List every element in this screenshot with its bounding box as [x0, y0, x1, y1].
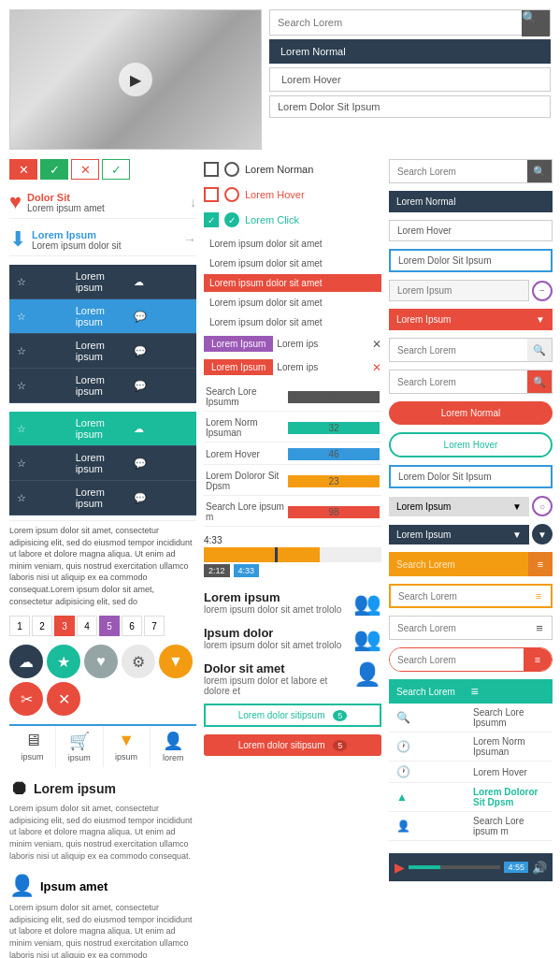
rc-teal-item-4[interactable]: 👤 Search Lore ipsum m [389, 812, 553, 841]
time-badge-2: 4:33 [234, 564, 260, 577]
video-play-icon[interactable]: ▶ [395, 860, 405, 875]
page-6[interactable]: 6 [122, 616, 142, 636]
tag-row-1: Lorem Ipsum Lorem ips ✕ [204, 336, 381, 352]
rc-gray-input[interactable] [389, 280, 529, 301]
mid-list-3: Lorem ipsum dolor sit amet [204, 294, 381, 312]
chat-icon-4: 💬 [134, 380, 189, 392]
page-5[interactable]: 5 [99, 616, 120, 636]
cart-icon: 🛒 [69, 731, 90, 751]
rc-search-red-input[interactable] [390, 648, 524, 671]
toggle-check-green[interactable]: ✓ [40, 159, 68, 180]
text-block: Lorem ipsum dolor sit amet, consectetur … [9, 520, 196, 607]
rc-search-gray-input[interactable] [390, 617, 527, 639]
tab-label-2: ipsum [115, 752, 137, 762]
rc-search-btn-1[interactable]: 🔍 [527, 160, 552, 182]
rc-search-btn-2[interactable]: 🔍 [527, 339, 552, 361]
checkbox-checked-circle[interactable]: ✓ [224, 212, 239, 227]
page-3[interactable]: 3 [54, 616, 75, 636]
tab-monitor[interactable]: 🖥 ipsum [9, 726, 56, 767]
tag-close-2[interactable]: ✕ [372, 361, 381, 374]
toggle-x-red-outline[interactable]: ✕ [71, 159, 99, 180]
pagination: 1 2 3 4 5 6 7 [9, 616, 196, 636]
rc-search-yellow-btn[interactable]: ≡ [528, 552, 553, 576]
rc-search-gray-btn[interactable]: ≡ [527, 617, 552, 639]
btn-teal-outline[interactable]: Lorem dolor sitipsum 5 [204, 704, 381, 727]
page-4[interactable]: 4 [77, 616, 97, 636]
tab-cart[interactable]: 🛒 ipsum [56, 726, 103, 767]
rc-search-input-3[interactable] [390, 370, 527, 393]
close-btn[interactable]: ✕ [47, 682, 80, 716]
dark-menu-item-2[interactable]: ☆ Lorem ipsum 💬 [9, 299, 196, 334]
rc-input-blue[interactable] [389, 465, 553, 488]
volume-icon[interactable]: 🔊 [532, 861, 547, 875]
video-progress-bar[interactable] [409, 865, 500, 869]
content-section-1: 👥 Ipsum dolor lorem ipsum dolor sit amet… [204, 626, 381, 652]
top-search-input[interactable] [270, 10, 522, 35]
rc-hover-teal-button[interactable]: Lorem Hover [389, 432, 553, 457]
search-list-badge-2: 46 [288, 448, 380, 460]
heart-btn[interactable]: ♥ [84, 645, 118, 678]
hover-button[interactable]: Lorem Hover [269, 67, 551, 92]
checkbox-row-2: Lorem Hover [204, 184, 381, 205]
page-2[interactable]: 2 [32, 616, 52, 636]
star-btn[interactable]: ★ [47, 645, 80, 678]
btn-red-filled[interactable]: Lorem dolor sitipsum 5 [204, 734, 381, 756]
tag-close-1[interactable]: ✕ [372, 338, 381, 351]
rc-teal-item-1[interactable]: 🕐 Lorem Norm Ipsuman [389, 733, 553, 762]
text-input[interactable] [269, 95, 551, 118]
rc-hover-button[interactable]: Lorem Hover [389, 220, 553, 241]
toggle-check-green-outline[interactable]: ✓ [102, 159, 130, 180]
filter-btn[interactable]: ▼ [159, 645, 193, 678]
normal-button[interactable]: Lorem Normal [269, 39, 551, 64]
cloud-btn[interactable]: ☁ [9, 645, 43, 678]
teal-menu-item-2[interactable]: ☆ Lorem ipsum 💬 [9, 446, 196, 481]
tab-icon-row: 🖥 ipsum 🛒 ipsum ▼ ipsum 👤 lorem [9, 724, 196, 767]
checkbox-checked-square[interactable]: ✓ [204, 212, 219, 227]
tab-filter[interactable]: ▼ ipsum [104, 726, 151, 767]
checkbox-circle[interactable] [224, 162, 239, 177]
page-1[interactable]: 1 [9, 616, 30, 636]
rc-circle-purple: − [532, 281, 553, 301]
rc-dark-dropdown[interactable]: Lorem Ipsum ▼ [389, 525, 529, 544]
checkbox-label-1: Lorem Norman [245, 164, 313, 175]
checkbox-circle-red[interactable] [224, 187, 239, 202]
rc-teal-item-3[interactable]: ▲ Lorem Doloror Sit Dpsm [389, 783, 553, 812]
rc-teal-header[interactable]: Search Lorem ≡ [389, 679, 553, 704]
rc-search-red-btn[interactable]: ≡ [524, 648, 552, 671]
rc-red-dropdown[interactable]: Lorem Ipsum ▼ [389, 309, 553, 330]
page-7[interactable]: 7 [144, 616, 165, 636]
progress-bar[interactable] [204, 547, 381, 562]
rc-search-input-1[interactable] [390, 160, 527, 182]
tab-person[interactable]: 👤 lorem [151, 726, 196, 767]
top-search-button[interactable]: 🔍 [522, 10, 550, 36]
checkbox-square-red[interactable] [204, 187, 219, 202]
rc-text-input[interactable] [389, 249, 553, 272]
rc-gray-dropdown[interactable]: Lorem Ipsum ▼ [389, 497, 529, 516]
rc-search-outline-yellow-input[interactable] [391, 586, 526, 606]
person-section: 👤 Ipsum amet Lorem ipsum dolor sit amet,… [9, 874, 196, 958]
gear-btn[interactable]: ⚙ [122, 645, 155, 678]
btn-red-badge: 5 [333, 740, 347, 751]
rc-search-input-2[interactable] [390, 339, 527, 361]
content-section-0: 👥 Lorem ipsum lorem ipsum dolor sit amet… [204, 590, 381, 617]
person-silhouette-icon: 👤 [9, 874, 35, 898]
rc-teal-item-2[interactable]: 🕐 Lorem Hover [389, 762, 553, 783]
dark-menu-item-4[interactable]: ☆ Lorem ipsum 💬 [9, 369, 196, 403]
rc-teal-item-0[interactable]: 🔍 Search Lore Ipsumm [389, 704, 553, 733]
rc-red-round-button[interactable]: Lorem Normal [389, 401, 553, 425]
checkbox-square[interactable] [204, 162, 219, 177]
dark-menu-item-3[interactable]: ☆ Lorem ipsum 💬 [9, 334, 196, 369]
scissors-btn[interactable]: ✂ [9, 682, 43, 716]
teal-menu-item-3[interactable]: ☆ Lorem ipsum 💬 [9, 481, 196, 515]
dark-menu-item-1[interactable]: ☆ Lorem ipsum ☁ [9, 265, 196, 299]
rc-search-yellow-input[interactable] [389, 552, 528, 576]
play-button[interactable]: ▶ [119, 63, 152, 96]
rc-search-btn-3[interactable]: 🔍 [527, 370, 552, 393]
teal-menu-item-1[interactable]: ☆ Lorem ipsum ☁ [9, 412, 196, 446]
tag-extra-2: Lorem ips [277, 362, 368, 372]
toggle-x-red[interactable]: ✕ [9, 159, 37, 180]
rc-normal-button[interactable]: Lorem Normal [389, 191, 553, 212]
checkbox-label-2: Lorem Hover [245, 189, 305, 200]
progress-label: 4:33 [204, 535, 222, 545]
rc-search-outline-yellow-btn[interactable]: ≡ [526, 586, 551, 606]
